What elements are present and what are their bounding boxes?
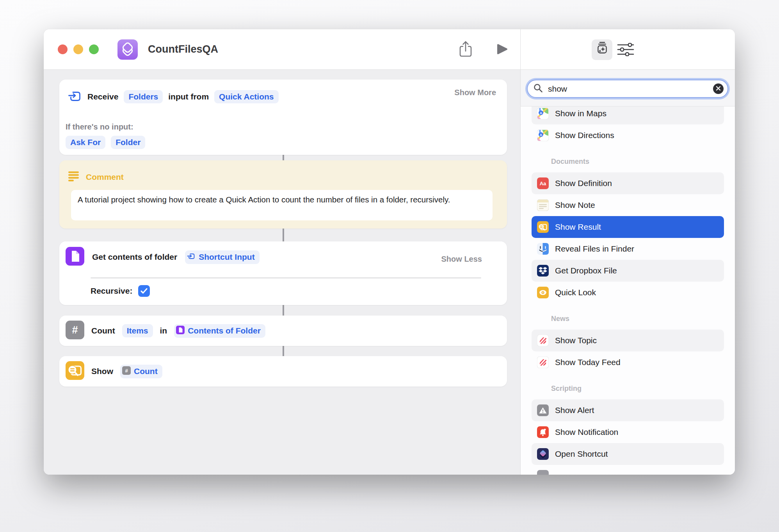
share-button[interactable] xyxy=(458,40,473,58)
action-result-row[interactable]: Quick Look xyxy=(532,282,724,303)
titlebar: CountFilesQA xyxy=(44,29,735,70)
get-contents-title: Get contents of folder xyxy=(92,252,177,262)
action-result-label: Get Dropbox File xyxy=(555,266,617,275)
action-result-row[interactable]: Reveal Files in Finder xyxy=(532,238,724,260)
comment-icon xyxy=(68,170,80,184)
action-result-row[interactable]: Show Note xyxy=(532,194,724,216)
window-title: CountFilesQA xyxy=(148,43,218,55)
count-variable-mini-icon: # xyxy=(122,366,131,377)
action-result-row[interactable]: AShow Directions xyxy=(532,124,724,146)
comment-text-field[interactable]: A tutorial project showing how to create… xyxy=(71,190,493,220)
action-result-row[interactable]: Show Alert xyxy=(532,399,724,421)
alert-icon xyxy=(537,404,549,416)
search-icon xyxy=(533,83,543,95)
action-result-row[interactable]: Show Notification xyxy=(532,421,724,443)
clear-icon xyxy=(716,86,721,92)
maps-icon: A xyxy=(537,108,549,119)
section-label-news: News xyxy=(551,314,724,324)
action-result-label: Show Alert xyxy=(555,406,594,415)
contents-of-folder-mini-icon xyxy=(176,326,185,336)
action-result-label: Show Directions xyxy=(555,131,614,140)
show-less-link[interactable]: Show Less xyxy=(441,255,482,264)
zoom-window-button[interactable] xyxy=(89,44,99,54)
action-search-panel: AShow in MapsAShow DirectionsDocumentsAa… xyxy=(521,70,735,475)
recursive-label: Recursive: xyxy=(91,286,132,296)
result-icon xyxy=(537,221,549,233)
recursive-checkbox[interactable] xyxy=(138,285,150,297)
svg-text:A: A xyxy=(540,133,542,137)
search-strip xyxy=(521,70,735,106)
action-card-get-contents[interactable]: Get contents of folder Shortcut Input xyxy=(59,241,507,305)
finder-icon xyxy=(537,243,549,255)
action-result-row[interactable]: AaShow Definition xyxy=(532,172,724,194)
shortcut-input-token[interactable]: Shortcut Input xyxy=(185,250,259,264)
sliders-icon xyxy=(617,43,634,57)
generic-icon xyxy=(537,470,549,475)
action-card-show[interactable]: Show # Count xyxy=(59,356,507,387)
show-verb-label: Show xyxy=(91,367,113,376)
action-connector xyxy=(283,229,284,241)
action-result-row[interactable]: Show Today Feed xyxy=(532,351,724,373)
receive-input-icon xyxy=(68,89,82,105)
play-icon xyxy=(496,50,508,56)
no-input-label: If there's no input: xyxy=(66,122,133,131)
shortcut-input-token-label: Shortcut Input xyxy=(199,252,254,262)
contents-of-folder-token-label: Contents of Folder xyxy=(188,326,261,335)
action-result-row[interactable]: Open Shortcut xyxy=(532,443,724,465)
action-card-comment[interactable]: Comment A tutorial project showing how t… xyxy=(59,160,507,229)
action-result-label: Show Topic xyxy=(555,336,597,345)
action-result-row[interactable]: Get Dropbox File xyxy=(532,260,724,282)
svg-text:#: # xyxy=(72,324,78,336)
action-result-row[interactable]: Show Result xyxy=(532,216,724,238)
action-result-label: Show Note xyxy=(555,200,595,210)
receive-middle-label: input from xyxy=(168,92,209,101)
card-divider xyxy=(91,277,481,278)
action-results-list: AShow in MapsAShow DirectionsDocumentsAa… xyxy=(521,106,735,475)
shortcut-details-button[interactable] xyxy=(617,43,635,57)
definition-icon: Aa xyxy=(537,177,549,189)
no-input-ask-for-token[interactable]: Ask For xyxy=(66,136,105,149)
count-variable-token[interactable]: # Count xyxy=(120,365,162,378)
svg-text:#: # xyxy=(125,368,128,374)
action-result-label: Quick Look xyxy=(555,288,596,297)
action-result-label: Show Definition xyxy=(555,179,612,188)
shortcut-icon xyxy=(537,448,549,460)
contents-of-folder-token[interactable]: Contents of Folder xyxy=(174,324,265,338)
shortcuts-window: CountFilesQA xyxy=(44,29,735,475)
note-icon xyxy=(537,199,549,211)
action-card-count[interactable]: # Count Items in Contents of Fold xyxy=(59,316,507,346)
maps-icon: A xyxy=(537,129,549,141)
action-connector xyxy=(283,155,284,160)
comment-title: Comment xyxy=(86,172,124,182)
action-connector xyxy=(283,346,284,356)
count-unit-token[interactable]: Items xyxy=(122,324,153,337)
dropbox-icon xyxy=(537,265,549,277)
search-input[interactable] xyxy=(547,84,713,94)
svg-text:Aa: Aa xyxy=(540,181,546,186)
search-field[interactable] xyxy=(527,80,728,98)
traffic-lights xyxy=(58,44,99,54)
receive-input-type-token[interactable]: Folders xyxy=(124,90,163,103)
action-connector xyxy=(283,305,284,316)
no-input-folder-token[interactable]: Folder xyxy=(111,136,145,149)
receive-source-token[interactable]: Quick Actions xyxy=(214,90,278,103)
action-result-row[interactable] xyxy=(532,465,724,475)
action-card-receive[interactable]: Receive Folders input from Quick Actions… xyxy=(59,80,507,155)
action-result-label: Reveal Files in Finder xyxy=(555,244,634,254)
shortcuts-app-icon xyxy=(117,39,138,60)
run-shortcut-button[interactable] xyxy=(496,43,508,55)
clear-search-button[interactable] xyxy=(713,83,724,94)
action-result-row[interactable]: Show Topic xyxy=(532,330,724,351)
minimize-window-button[interactable] xyxy=(73,44,83,54)
quicklook-icon xyxy=(537,287,549,298)
show-more-link[interactable]: Show More xyxy=(454,88,496,97)
count-variable-token-label: Count xyxy=(134,367,158,376)
count-icon: # xyxy=(66,321,84,341)
svg-text:A: A xyxy=(540,111,542,115)
close-window-button[interactable] xyxy=(58,44,68,54)
action-library-button[interactable] xyxy=(592,39,612,60)
section-label-documents: Documents xyxy=(551,156,724,167)
share-icon xyxy=(458,53,473,59)
action-result-row[interactable]: AShow in Maps xyxy=(532,106,724,124)
action-result-label: Show Result xyxy=(555,222,601,232)
